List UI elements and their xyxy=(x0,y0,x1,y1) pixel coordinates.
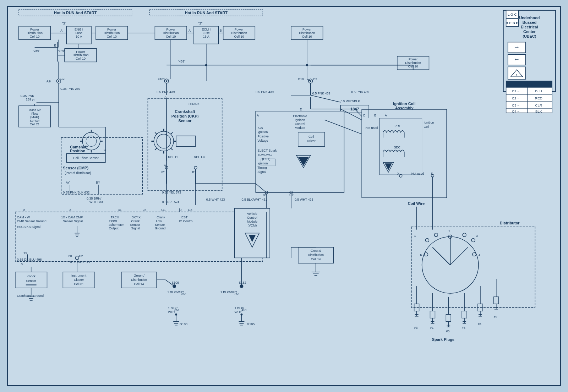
svg-text:351: 351 xyxy=(181,292,187,296)
svg-text:Positive: Positive xyxy=(257,135,268,138)
svg-text:REF LO: REF LO xyxy=(194,155,205,159)
svg-text:9: 9 xyxy=(180,208,182,212)
svg-text:28: 28 xyxy=(142,208,147,212)
svg-text:Cell 14: Cell 14 xyxy=(311,257,321,261)
svg-text:Output: Output xyxy=(109,227,119,230)
svg-text:Distribution: Distribution xyxy=(308,253,324,257)
svg-text:"239": "239" xyxy=(33,49,40,53)
svg-text:Fuse: Fuse xyxy=(203,31,210,35)
svg-text:A: A xyxy=(21,262,23,266)
svg-text:D E S C: D E S C xyxy=(506,21,519,25)
svg-text:0.35 PNK: 0.35 PNK xyxy=(21,94,34,98)
svg-text:Cell 21: Cell 21 xyxy=(30,123,40,126)
svg-text:WHT: WHT xyxy=(235,310,242,314)
svg-text:PRI: PRI xyxy=(394,124,400,128)
svg-text:F10Y: F10Y xyxy=(158,77,165,81)
svg-text:(VCM): (VCM) xyxy=(247,224,257,227)
svg-text:Cell 14: Cell 14 xyxy=(134,282,144,286)
svg-text:A: A xyxy=(60,29,62,32)
svg-text:Hot In RUN And START: Hot In RUN And START xyxy=(185,11,228,15)
svg-text:ELECT Spark: ELECT Spark xyxy=(257,149,277,152)
svg-text:RED: RED xyxy=(535,96,542,100)
svg-text:3: 3 xyxy=(476,234,478,238)
svg-text:0.5 WHT/BLK: 0.5 WHT/BLK xyxy=(340,99,360,103)
svg-text:Ignition Coil: Ignition Coil xyxy=(393,102,415,106)
diagram-container: text { font-family: Arial, sans-serif; f… xyxy=(7,6,561,386)
svg-text:Underhood: Underhood xyxy=(519,16,540,20)
svg-text:Crankshaft: Crankshaft xyxy=(175,109,195,114)
svg-text:S106: S106 xyxy=(171,281,179,284)
svg-text:0.5 PNK 439: 0.5 PNK 439 xyxy=(256,90,274,94)
svg-text:Position: Position xyxy=(70,149,85,153)
svg-text:B: B xyxy=(54,44,56,47)
svg-text:31: 31 xyxy=(118,208,122,212)
svg-text:Coil: Coil xyxy=(308,135,314,138)
svg-text:"3": "3" xyxy=(198,21,203,25)
svg-text:AY: AY xyxy=(66,181,70,184)
svg-text:TDMDMG: TDMDMG xyxy=(257,153,272,157)
svg-text:"3": "3" xyxy=(62,21,66,25)
svg-text:0.5 PPL 574: 0.5 PPL 574 xyxy=(162,200,179,204)
svg-text:"239": "239" xyxy=(58,49,65,53)
svg-text:Cell 10: Cell 10 xyxy=(234,35,244,38)
svg-text:Sensor: Sensor xyxy=(29,119,39,123)
svg-text:B: B xyxy=(374,114,376,117)
svg-text:REF HI: REF HI xyxy=(168,155,178,159)
svg-text:#1: #1 xyxy=(430,326,433,330)
svg-text:AY: AY xyxy=(161,170,165,174)
svg-text:C2: C2 xyxy=(60,77,64,81)
svg-text:351: 351 xyxy=(235,292,240,296)
svg-point-33 xyxy=(58,80,59,82)
svg-rect-402 xyxy=(508,67,526,79)
svg-text:0.35 PNK/BLK 632: 0.35 PNK/BLK 632 xyxy=(63,191,89,194)
svg-text:#2: #2 xyxy=(494,315,497,319)
svg-text:EST: EST xyxy=(181,216,188,219)
svg-text:3: 3 xyxy=(69,208,71,212)
svg-text:Coil: Coil xyxy=(424,125,429,129)
svg-text:239: 239 xyxy=(26,98,31,101)
svg-text:Vehicle: Vehicle xyxy=(247,212,257,216)
svg-text:Crank: Crank xyxy=(157,216,165,219)
svg-text:TACH: TACH xyxy=(111,216,119,219)
svg-text:Not used: Not used xyxy=(365,126,378,130)
svg-text:Flow: Flow xyxy=(31,112,38,115)
svg-text:Signal: Signal xyxy=(131,227,140,230)
svg-text:Ignition: Ignition xyxy=(424,121,434,124)
svg-text:Fuse: Fuse xyxy=(75,31,82,35)
svg-text:CLR: CLR xyxy=(535,103,542,107)
svg-text:8: 8 xyxy=(23,208,26,212)
svg-text:Cell 10: Cell 10 xyxy=(76,57,86,60)
svg-text:0.35 DK BLU 496: 0.35 DK BLU 496 xyxy=(17,258,42,261)
svg-text:Sensor: Sensor xyxy=(178,119,192,123)
svg-text:ECM I: ECM I xyxy=(202,28,211,31)
svg-text:Ground: Ground xyxy=(155,227,165,230)
svg-text:(EST): (EST) xyxy=(262,157,270,161)
svg-text:IC Control: IC Control xyxy=(179,219,193,223)
svg-text:ENG I: ENG I xyxy=(75,28,83,31)
svg-text:D: D xyxy=(300,108,302,111)
svg-text:G103: G103 xyxy=(180,322,187,326)
svg-text:Center: Center xyxy=(523,29,536,34)
svg-text:0.35 YEL 573: 0.35 YEL 573 xyxy=(162,191,181,194)
svg-text:Cell 81: Cell 81 xyxy=(74,282,84,286)
svg-text:1: 1 xyxy=(516,74,518,77)
svg-text:Ignition: Ignition xyxy=(257,130,268,134)
svg-text:"439": "439" xyxy=(178,60,185,63)
svg-text:C1 =: C1 = xyxy=(512,89,519,93)
svg-text:CAM - W: CAM - W xyxy=(17,216,30,219)
svg-text:Low: Low xyxy=(156,219,162,223)
svg-text:VCM: VCM xyxy=(525,82,533,86)
svg-text:10 A: 10 A xyxy=(76,35,82,38)
svg-text:(Part of distributor): (Part of distributor) xyxy=(65,171,91,175)
svg-text:Sensor: Sensor xyxy=(26,279,36,283)
svg-text:Knock: Knock xyxy=(27,274,36,278)
svg-text:0.35 WHT 121: 0.35 WHT 121 xyxy=(70,260,91,264)
svg-text:#4: #4 xyxy=(478,322,481,326)
svg-text:15 A: 15 A xyxy=(203,35,209,38)
svg-text:20: 20 xyxy=(68,254,72,258)
svg-text:Ignition: Ignition xyxy=(257,162,268,165)
svg-text:(UBEC): (UBEC) xyxy=(523,34,536,38)
svg-text:Control: Control xyxy=(295,122,305,126)
svg-text:Ground: Ground xyxy=(134,274,145,277)
svg-text:0.35 PNK 239: 0.35 PNK 239 xyxy=(60,87,80,91)
